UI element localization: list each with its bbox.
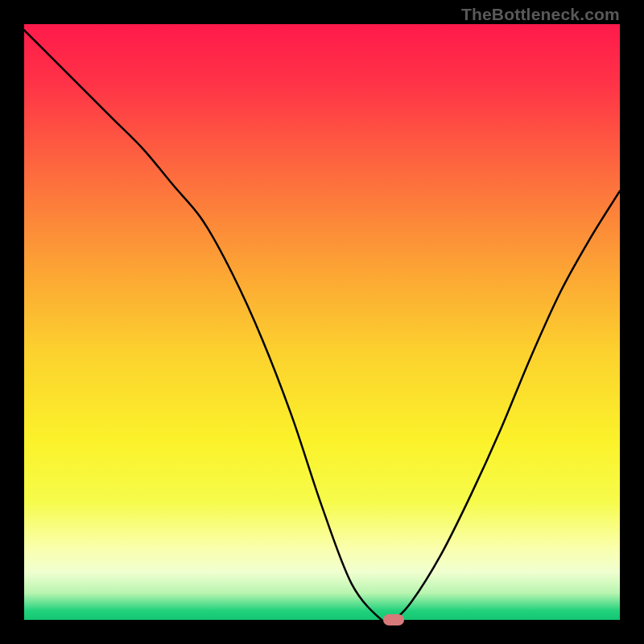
optimal-marker <box>383 614 404 625</box>
chart-container: TheBottleneck.com <box>0 0 644 644</box>
plot-area <box>24 24 620 620</box>
gradient-background <box>24 24 620 620</box>
watermark-text: TheBottleneck.com <box>461 5 620 24</box>
svg-rect-0 <box>24 24 620 620</box>
